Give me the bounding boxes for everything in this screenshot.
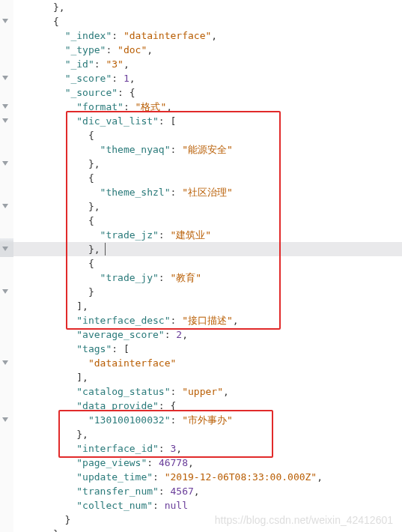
- json-string: upper: [188, 386, 217, 397]
- json-key: theme_shzl: [106, 187, 164, 198]
- fold-gutter[interactable]: [0, 0, 13, 532]
- json-number: 2: [176, 329, 182, 340]
- json-code[interactable]: }, { "_index": "datainterface", "_type":…: [13, 0, 402, 532]
- fold-icon[interactable]: [2, 104, 8, 109]
- fold-icon[interactable]: [2, 247, 8, 251]
- json-key: _score: [70, 73, 106, 84]
- json-key: update_time: [82, 471, 147, 483]
- fold-icon[interactable]: [2, 118, 8, 123]
- fold-icon[interactable]: [2, 76, 8, 80]
- fold-icon[interactable]: [2, 360, 8, 365]
- json-string: 2019-12-06T08:33:00.000Z: [171, 471, 311, 483]
- json-key: _type: [70, 44, 100, 55]
- json-number: 46778: [159, 457, 188, 468]
- json-string: 格式: [141, 101, 160, 112]
- json-string: 接口描述: [188, 315, 227, 326]
- json-string: datainterface: [94, 357, 171, 369]
- fold-icon[interactable]: [2, 289, 8, 294]
- json-key: _id: [70, 58, 88, 70]
- json-key: data_provide: [82, 400, 153, 411]
- code-area[interactable]: }, { "_index": "datainterface", "_type":…: [13, 0, 402, 532]
- json-key: theme_nyaq: [106, 144, 164, 155]
- json-key: interface_id: [82, 443, 153, 454]
- json-key: _source: [70, 87, 112, 98]
- json-key: catalog_status: [82, 386, 165, 397]
- json-string: datainterface: [130, 30, 206, 41]
- fold-icon[interactable]: [2, 204, 8, 208]
- json-key: _index: [70, 30, 106, 41]
- json-key: tags: [82, 343, 106, 354]
- json-key: transfer_num: [82, 486, 153, 497]
- json-string: 建筑业: [176, 229, 205, 241]
- fold-icon[interactable]: [2, 161, 8, 166]
- fold-icon[interactable]: [2, 417, 8, 422]
- json-key: dic_val_list: [82, 115, 153, 127]
- json-number: 1: [124, 73, 130, 84]
- json-null: null: [165, 500, 188, 511]
- json-editor[interactable]: }, { "_index": "datainterface", "_type":…: [0, 0, 402, 532]
- json-string: 教育: [176, 272, 195, 283]
- json-key: 130100100032: [94, 414, 165, 426]
- json-string: doc: [124, 44, 141, 55]
- json-key: trade_jy: [106, 272, 153, 283]
- json-string: 市外事办: [188, 414, 227, 426]
- json-key: format: [82, 101, 118, 112]
- json-key: interface_desc: [82, 315, 165, 326]
- json-string: 3: [112, 58, 118, 70]
- json-number: 4567: [171, 486, 194, 497]
- json-string: 能源安全: [188, 144, 227, 155]
- json-string: 社区治理: [188, 187, 227, 198]
- json-key: collect_num: [82, 500, 147, 511]
- fold-icon[interactable]: [2, 19, 8, 23]
- json-key: average_score: [82, 329, 159, 340]
- json-key: trade_jz: [106, 229, 153, 241]
- text-cursor: [105, 243, 106, 256]
- json-key: page_views: [82, 457, 141, 468]
